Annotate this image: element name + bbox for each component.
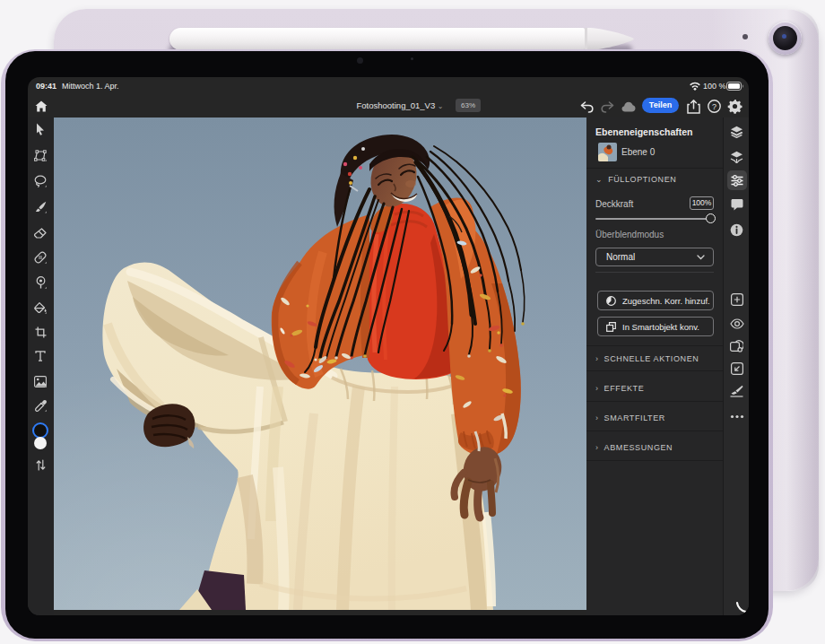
svg-text:?: ?: [712, 102, 716, 111]
